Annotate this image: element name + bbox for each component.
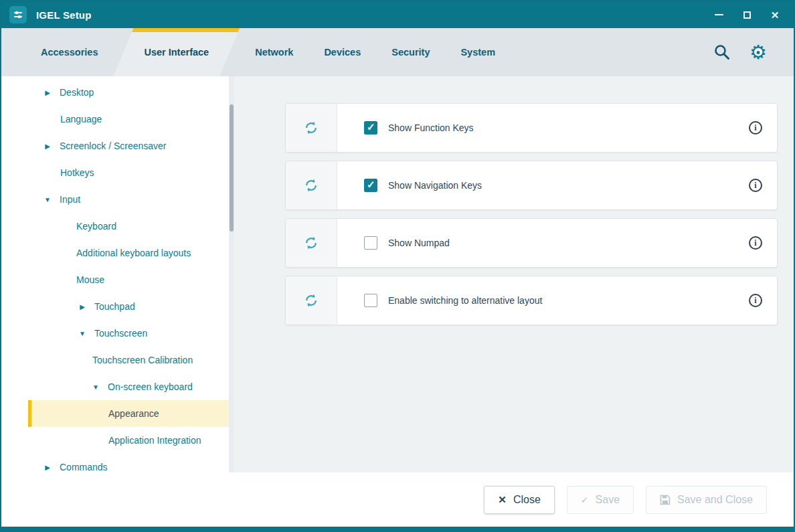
sidebar-item-commands[interactable]: Commands: [1, 454, 229, 472]
sidebar-item-label: On-screen keyboard: [108, 381, 193, 392]
tab-label: Devices: [324, 47, 361, 58]
tab-label: System: [460, 47, 495, 58]
tabbar-icons: ⚙: [713, 28, 768, 76]
sidebar-item-label: Touchscreen: [94, 328, 147, 339]
minimize-icon: [715, 14, 723, 15]
setting-label: Enable switching to alternative layout: [388, 295, 542, 306]
search-icon[interactable]: [713, 43, 731, 61]
setup-gear-eye-icon[interactable]: ⚙: [748, 42, 768, 62]
setting-row-show-function-keys: Show Function Keys i: [285, 103, 778, 153]
save-and-close-button[interactable]: Save and Close: [646, 486, 767, 514]
minimize-button[interactable]: [708, 5, 729, 24]
sidebar-item-touchscreen-calibration[interactable]: Touchscreen Calibration: [1, 347, 229, 373]
close-button-label: Close: [513, 494, 541, 506]
tab-label: Accessories: [41, 47, 98, 58]
info-icon[interactable]: i: [749, 236, 762, 250]
reset-button[interactable]: [286, 161, 337, 209]
chevron-down-icon[interactable]: [90, 383, 102, 391]
sidebar-item-label: Application Integration: [108, 435, 201, 446]
checkbox-enable-alternative-layout[interactable]: [364, 294, 377, 307]
setting-row-show-numpad: Show Numpad i: [285, 218, 778, 268]
titlebar: IGEL Setup ✕: [1, 1, 794, 28]
sidebar-item-touchpad[interactable]: Touchpad: [1, 293, 229, 320]
sidebar-item-touchscreen[interactable]: Touchscreen: [1, 320, 229, 347]
footer: ✕ Close ✓ Save Save and Close: [1, 472, 794, 527]
chevron-right-icon[interactable]: [41, 89, 54, 96]
reset-button[interactable]: [286, 276, 337, 325]
close-button[interactable]: ✕ Close: [484, 486, 554, 514]
sidebar-item-label: Language: [60, 114, 102, 124]
igel-logo-icon: [9, 6, 27, 23]
settings-panel: Show Function Keys i Show Navigation K: [234, 76, 794, 472]
sidebar-item-label: Screenlock / Screensaver: [60, 141, 167, 151]
sidebar-tree: Desktop Language Screenlock / Screensave…: [1, 76, 229, 472]
close-x-icon: ✕: [498, 494, 507, 506]
checkbox-show-function-keys[interactable]: [364, 121, 377, 135]
tab-label: Security: [391, 47, 430, 58]
tab-security[interactable]: Security: [376, 28, 445, 76]
tab-label: User Interface: [144, 47, 209, 58]
chevron-right-icon[interactable]: [41, 464, 54, 471]
sidebar-item-label: Desktop: [60, 87, 94, 98]
tab-label: Network: [255, 47, 293, 58]
tab-system[interactable]: System: [445, 28, 511, 76]
sidebar-item-input[interactable]: Input: [1, 186, 229, 213]
chevron-down-icon[interactable]: [41, 196, 54, 203]
setting-label: Show Navigation Keys: [388, 180, 482, 191]
tab-network[interactable]: Network: [240, 28, 308, 76]
reset-button[interactable]: [286, 104, 337, 152]
main-body: Desktop Language Screenlock / Screensave…: [1, 76, 794, 472]
save-button-label: Save: [596, 494, 620, 506]
info-icon[interactable]: i: [749, 294, 762, 307]
sidebar-item-label: Touchscreen Calibration: [92, 355, 193, 365]
floppy-disk-icon: [660, 495, 671, 505]
maximize-icon: [743, 11, 751, 19]
sync-arrows-icon: [303, 120, 319, 136]
igel-setup-window: IGEL Setup ✕ Accessories User Interface …: [0, 0, 795, 532]
save-button[interactable]: ✓ Save: [567, 486, 634, 514]
eye-icon: [754, 50, 762, 56]
close-icon: ✕: [771, 10, 780, 20]
setting-row-show-navigation-keys: Show Navigation Keys i: [285, 161, 778, 210]
reset-button[interactable]: [286, 219, 337, 267]
chevron-right-icon[interactable]: [41, 143, 54, 150]
chevron-right-icon[interactable]: [76, 303, 88, 311]
check-icon: ✓: [581, 495, 589, 505]
save-and-close-button-label: Save and Close: [677, 494, 753, 506]
sidebar-item-screenlock-screensaver[interactable]: Screenlock / Screensaver: [1, 132, 229, 159]
info-icon[interactable]: i: [749, 121, 762, 135]
chevron-down-icon[interactable]: [76, 330, 88, 337]
sidebar-item-label: Commands: [60, 462, 108, 472]
checkbox-show-navigation-keys[interactable]: [364, 179, 377, 192]
sidebar-item-keyboard[interactable]: Keyboard: [1, 213, 229, 240]
tab-devices[interactable]: Devices: [308, 28, 376, 76]
sidebar-item-desktop[interactable]: Desktop: [1, 79, 229, 106]
info-icon[interactable]: i: [749, 179, 762, 192]
sidebar-item-label: Keyboard: [76, 221, 116, 232]
sidebar-item-mouse[interactable]: Mouse: [1, 266, 229, 293]
sidebar-item-label: Additional keyboard layouts: [76, 248, 191, 258]
sidebar-item-label: Touchpad: [94, 301, 135, 312]
maximize-button[interactable]: [736, 5, 758, 24]
sidebar-item-language[interactable]: Language: [1, 106, 229, 132]
sidebar-item-appearance[interactable]: Appearance: [28, 400, 229, 427]
sidebar-item-on-screen-keyboard[interactable]: On-screen keyboard: [1, 373, 229, 400]
sync-arrows-icon: [303, 292, 319, 308]
window-close-button[interactable]: ✕: [764, 5, 786, 24]
scrollbar-thumb[interactable]: [230, 104, 234, 232]
setting-label: Show Numpad: [388, 238, 450, 248]
setting-row-enable-alternative-layout: Enable switching to alternative layout i: [285, 276, 778, 325]
tab-bar: Accessories User Interface Network Devic…: [1, 28, 794, 76]
sidebar-scrollbar[interactable]: [229, 76, 234, 472]
window-title: IGEL Setup: [36, 9, 92, 21]
window-controls: ✕: [708, 5, 786, 24]
window-bottom-border: [1, 527, 794, 531]
sidebar-item-application-integration[interactable]: Application Integration: [1, 427, 229, 454]
tab-accessories[interactable]: Accessories: [25, 28, 113, 76]
tab-user-interface[interactable]: User Interface: [113, 28, 240, 76]
sidebar-item-label: Input: [60, 194, 80, 205]
sidebar-item-label: Hotkeys: [60, 167, 94, 178]
checkbox-show-numpad[interactable]: [364, 236, 377, 250]
sidebar-item-hotkeys[interactable]: Hotkeys: [1, 159, 229, 186]
sidebar-item-additional-keyboard-layouts[interactable]: Additional keyboard layouts: [1, 240, 229, 266]
